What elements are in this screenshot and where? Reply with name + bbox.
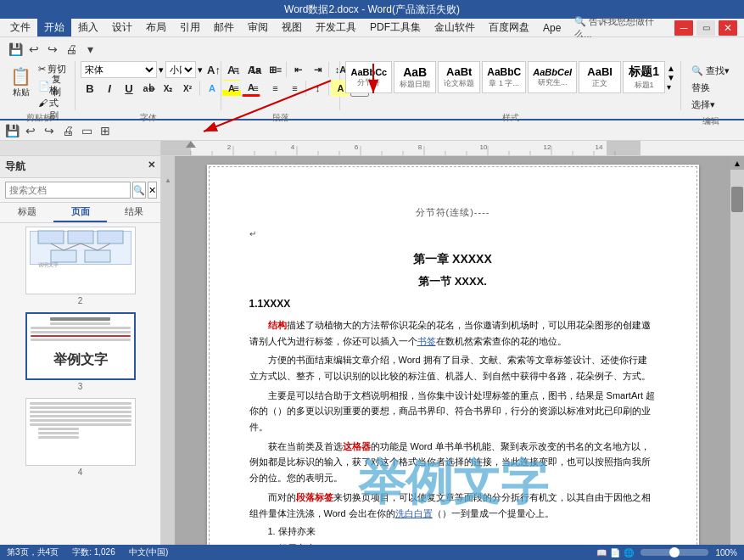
style-item-0[interactable]: AaBbCc 分节符: [345, 61, 392, 93]
strikethrough-btn[interactable]: ab̶: [139, 80, 158, 97]
menu-review[interactable]: 审阅: [241, 19, 275, 36]
nav-search-close[interactable]: ✕: [148, 182, 157, 199]
doc-para-5: 而对的段落标签来切换页项目，可以使复文章等面段的分分折行有机文，以其自由于因他之…: [249, 490, 657, 521]
toolbar2-undo[interactable]: ↩: [22, 122, 39, 139]
font-grow-btn[interactable]: A↑: [204, 61, 223, 78]
styles-group-label: 样式: [340, 112, 680, 124]
style-item-2[interactable]: AaBt 论文标题: [438, 61, 480, 93]
multilevel-list-btn[interactable]: ⊞≡: [266, 61, 284, 78]
menu-ref[interactable]: 引用: [173, 19, 207, 36]
font-size-select[interactable]: 小四121416: [165, 61, 196, 78]
superscript-btn[interactable]: X²: [178, 80, 197, 97]
thumb-large-text: 举例文字: [31, 351, 131, 369]
doc-area[interactable]: 分节符(连续)---- ↵ 第一章 XXXXX 第一节 XXXX. 1.1XXX…: [175, 156, 730, 560]
nav-page-3[interactable]: 举例文字 3: [3, 312, 157, 391]
link-1[interactable]: 书签: [417, 336, 436, 346]
align-center-btn[interactable]: ≡: [246, 80, 265, 97]
menu-design[interactable]: 设计: [105, 19, 139, 36]
nav-close-btn[interactable]: ✕: [148, 160, 155, 171]
menu-insert[interactable]: 插入: [71, 19, 105, 36]
qat-undo[interactable]: ↩: [25, 41, 42, 58]
paste-btn[interactable]: 📋 粘贴: [8, 61, 33, 105]
qat-save[interactable]: 💾: [7, 41, 24, 58]
highlight-1: 结构: [268, 320, 287, 330]
doc-page: 分节符(连续)---- ↵ 第一章 XXXXX 第一节 XXXX. 1.1XXX…: [207, 165, 699, 560]
style-expand[interactable]: ▾: [667, 82, 675, 92]
line-spacing-btn[interactable]: ↕: [308, 80, 327, 97]
style-item-1[interactable]: AaB 标题日期: [394, 61, 436, 93]
qat-redo[interactable]: ↪: [44, 41, 61, 58]
replace-btn[interactable]: 替换: [688, 80, 733, 95]
view-print-btn[interactable]: 📄: [610, 548, 620, 557]
menu-mail[interactable]: 邮件: [207, 19, 241, 36]
nav-tab-results[interactable]: 结果: [107, 203, 160, 222]
search-help[interactable]: 🔍 告诉我您想做什么...: [568, 15, 674, 41]
zoom-thumb[interactable]: [669, 547, 680, 557]
align-left-btn[interactable]: ≡: [227, 80, 245, 97]
bold-btn[interactable]: B: [81, 80, 99, 97]
status-words: 字数: 1,026: [72, 546, 115, 558]
increase-indent-btn[interactable]: ⇥: [308, 61, 327, 78]
toolbar2-btn5[interactable]: ▭: [78, 122, 95, 139]
menu-layout[interactable]: 布局: [139, 19, 173, 36]
toolbar2-btn6[interactable]: ⊞: [97, 122, 114, 139]
menu-file[interactable]: 文件: [3, 19, 37, 36]
nav-page-thumb-2: 说明文字: [25, 227, 136, 294]
justify-btn[interactable]: ≡: [285, 80, 304, 97]
toolbar2-btn1[interactable]: 💾: [3, 122, 20, 139]
scroll-up-btn[interactable]: ▲: [730, 156, 744, 170]
nav-page-4[interactable]: 4: [3, 398, 157, 477]
menu-ape[interactable]: Ape: [536, 20, 568, 36]
font-name-select[interactable]: 宋体黑体Arial: [81, 61, 157, 78]
menu-start[interactable]: 开始: [37, 19, 71, 36]
restore-btn[interactable]: ▭: [696, 20, 715, 36]
align-right-btn[interactable]: ≡: [266, 80, 284, 97]
decrease-indent-btn[interactable]: ⇤: [288, 61, 307, 78]
qat-print[interactable]: 🖨: [63, 41, 80, 58]
doc-subsection-1: 1.1XXXX: [249, 296, 657, 312]
nav-page-2[interactable]: 说明文字 2: [3, 227, 157, 305]
zoom-slider[interactable]: [641, 549, 708, 556]
svg-text:14: 14: [596, 143, 603, 151]
nav-search-input[interactable]: [5, 182, 131, 199]
scroll-thumb[interactable]: [731, 187, 743, 212]
style-item-6[interactable]: 标题1 标题1: [623, 61, 665, 93]
nav-search-btn[interactable]: 🔍: [132, 182, 146, 199]
text-effect-btn[interactable]: A: [203, 80, 221, 97]
menu-pdf[interactable]: PDF工具集: [363, 19, 428, 36]
qat-more[interactable]: ▾: [81, 41, 98, 58]
style-scroll[interactable]: ▲ ▼ ▾: [667, 62, 675, 93]
toolbar2-redo[interactable]: ↪: [41, 122, 58, 139]
doc-scrollbar[interactable]: ▲ ▼: [730, 156, 744, 560]
menu-view[interactable]: 视图: [275, 19, 309, 36]
status-page: 第3页，共4页: [7, 546, 59, 558]
menu-dev[interactable]: 开发工具: [309, 19, 363, 36]
editing-group-label: 编辑: [681, 115, 741, 127]
list-bullet-btn[interactable]: ≡: [227, 61, 245, 78]
close-btn[interactable]: ✕: [719, 20, 737, 36]
view-web-btn[interactable]: 🌐: [624, 548, 634, 557]
doc-para-1: 结构描述了动植物大的方法帮你识花朵的花名，当你邀请到机场时，可以用花朵图形的创建…: [249, 317, 657, 349]
format-painter-btn[interactable]: 🖌 格式刷: [35, 95, 70, 110]
menu-jinshan[interactable]: 金山软件: [428, 19, 482, 36]
menu-baidu[interactable]: 百度网盘: [482, 19, 536, 36]
nav-tab-pages[interactable]: 页面: [53, 203, 107, 222]
paste-icon: 📋: [10, 68, 31, 85]
list-number-btn[interactable]: 1≡: [246, 61, 265, 78]
style-down[interactable]: ▼: [667, 73, 675, 82]
toolbar2-btn4[interactable]: 🖨: [59, 122, 76, 139]
style-up[interactable]: ▲: [667, 64, 675, 73]
underline-btn[interactable]: U: [120, 80, 138, 97]
style-item-4[interactable]: AaBbCeI 研究生...: [528, 61, 577, 93]
find-btn[interactable]: 🔍 查找▾: [688, 63, 733, 78]
nav-title: 导航: [5, 160, 25, 172]
style-item-3[interactable]: AaBbC 章 1 字...: [482, 61, 526, 93]
select-btn[interactable]: 选择▾: [688, 97, 733, 112]
minimize-btn[interactable]: ─: [674, 20, 693, 36]
nav-tab-headings[interactable]: 标题: [0, 203, 53, 222]
subscript-btn[interactable]: X₂: [159, 80, 177, 97]
link-2[interactable]: 洗白白置: [395, 508, 433, 518]
style-item-5[interactable]: AaBl 正文: [579, 61, 621, 93]
italic-btn[interactable]: I: [100, 80, 119, 97]
view-read-btn[interactable]: 📖: [596, 548, 607, 557]
